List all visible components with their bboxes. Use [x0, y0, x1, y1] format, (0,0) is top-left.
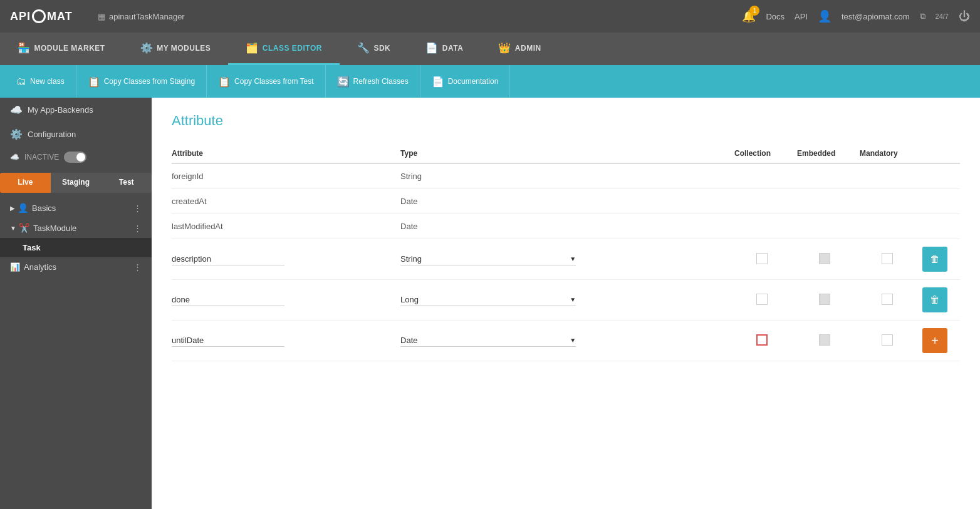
taskmodule-group-icon: ✂️	[19, 223, 29, 233]
sidebar-group-taskmodule[interactable]: ▼ ✂️ TaskModule ⋮	[0, 218, 152, 238]
attr-type-cell-description: String Date Long Boolean ▼	[400, 239, 734, 280]
sidebar-group-basics[interactable]: ▶ 👤 Basics ⋮	[0, 198, 152, 218]
collection-checkbox-description[interactable]	[756, 253, 768, 264]
collection-untildate[interactable]	[734, 321, 797, 361]
mandatory-checkbox-done[interactable]	[882, 294, 893, 305]
mandatory-createdat	[860, 189, 922, 214]
content-area: Attribute Attribute Type Collection Embe…	[152, 98, 980, 509]
env-tabs: Live Staging Test	[0, 173, 152, 193]
env-tab-test[interactable]: Test	[101, 173, 152, 193]
copy-staging-label: Copy Classes from Staging	[104, 77, 195, 86]
copy-from-test-button[interactable]: 📋 Copy Classes from Test	[207, 65, 326, 98]
user-email[interactable]: test@apiomat.com	[842, 12, 910, 21]
delete-description-button[interactable]: 🗑	[922, 247, 947, 272]
collection-description[interactable]	[734, 239, 797, 280]
action-lastmodifiedat	[922, 214, 960, 239]
app-name: ▦ apinautTaskManager	[98, 12, 185, 21]
type-select-untildate[interactable]: Date String Long Boolean	[400, 334, 567, 346]
attr-name-input-description[interactable]	[172, 253, 284, 265]
action-createdat	[922, 189, 960, 214]
attr-type-cell-done: Long String Date Boolean ▼	[400, 280, 734, 321]
docs-link[interactable]: Docs	[766, 12, 785, 21]
attr-name-cell-untildate	[172, 321, 400, 361]
col-header-embedded: Embedded	[797, 144, 860, 163]
window-icon: ⧉	[920, 11, 925, 21]
mandatory-untildate[interactable]	[860, 321, 922, 361]
add-untildate-button[interactable]: +	[922, 328, 947, 353]
mandatory-description[interactable]	[860, 239, 922, 280]
sidebar-item-task[interactable]: Task	[0, 238, 152, 257]
sidebar-item-my-app-backends[interactable]: ☁️ My App-Backends	[0, 98, 152, 122]
attr-name-cell-done	[172, 280, 400, 321]
action-done: 🗑	[922, 280, 960, 321]
embedded-description[interactable]	[797, 239, 860, 280]
documentation-icon: 📄	[432, 76, 444, 88]
notification-count: 1	[749, 6, 759, 16]
mandatory-done[interactable]	[860, 280, 922, 321]
notification-bell[interactable]: 🔔 1	[742, 9, 756, 23]
copy-from-staging-button[interactable]: 📋 Copy Classes from Staging	[76, 65, 207, 98]
collection-checkbox-untildate[interactable]	[756, 334, 768, 346]
tab-my-modules[interactable]: ⚙️ MY MODULES	[123, 33, 229, 65]
app-name-icon: ▦	[98, 12, 105, 21]
env-tab-live[interactable]: Live	[0, 173, 51, 193]
type-select-done[interactable]: Long String Date Boolean	[400, 294, 567, 306]
delete-done-button[interactable]: 🗑	[922, 287, 947, 312]
taskmodule-more-icon[interactable]: ⋮	[133, 224, 142, 233]
tab-data[interactable]: 📄 DATA	[408, 33, 481, 65]
embedded-lastmodifiedat	[797, 214, 860, 239]
tab-sdk-label: SDK	[373, 44, 390, 53]
refresh-label: Refresh Classes	[353, 77, 409, 86]
new-class-label: New class	[30, 77, 65, 86]
col-header-collection: Collection	[734, 144, 797, 163]
my-modules-icon: ⚙️	[140, 42, 154, 54]
tab-my-modules-label: MY MODULES	[157, 44, 211, 53]
embedded-createdat	[797, 189, 860, 214]
api-link[interactable]: API	[795, 12, 808, 21]
table-row: Long String Date Boolean ▼	[172, 280, 960, 321]
basics-more-icon[interactable]: ⋮	[133, 203, 142, 213]
refresh-icon: 🔄	[337, 76, 350, 88]
collection-checkbox-done[interactable]	[756, 294, 768, 305]
action-foreignid	[922, 163, 960, 189]
basics-group-icon: 👤	[18, 203, 28, 213]
type-select-description[interactable]: String Date Long Boolean	[400, 253, 567, 265]
refresh-classes-button[interactable]: 🔄 Refresh Classes	[326, 65, 420, 98]
embedded-done[interactable]	[797, 280, 860, 321]
attr-name-lastmodifiedat: lastModifiedAt	[172, 214, 400, 239]
documentation-button[interactable]: 📄 Documentation	[420, 65, 511, 98]
class-editor-icon: 🗂️	[246, 42, 259, 54]
table-row: lastModifiedAt Date	[172, 214, 960, 239]
attr-name-input-done[interactable]	[172, 294, 284, 306]
env-tab-staging[interactable]: Staging	[51, 173, 102, 193]
embedded-untildate[interactable]	[797, 321, 860, 361]
header-right: 🔔 1 Docs API 👤 test@apiomat.com ⧉ 24/7 ⏻	[742, 9, 970, 23]
copy-staging-icon: 📋	[88, 76, 100, 88]
my-app-backends-label: My App-Backends	[28, 105, 93, 115]
collection-createdat	[734, 189, 797, 214]
embedded-checkbox-description	[819, 253, 830, 264]
tab-admin[interactable]: 👑 ADMIN	[481, 33, 558, 65]
env-test-label: Test	[119, 178, 134, 187]
sidebar-item-configuration[interactable]: ⚙️ Configuration	[0, 122, 152, 147]
attr-type-createdat: Date	[400, 189, 734, 214]
config-icon: ⚙️	[10, 128, 23, 140]
col-header-attribute: Attribute	[172, 144, 400, 163]
col-header-action	[922, 144, 960, 163]
attr-type-lastmodifiedat: Date	[400, 214, 734, 239]
module-market-icon: 🏪	[18, 42, 31, 54]
new-class-button[interactable]: 🗂 New class	[5, 65, 76, 98]
inactive-toggle[interactable]	[64, 152, 86, 163]
mandatory-checkbox-untildate[interactable]	[882, 334, 893, 346]
attr-name-input-untildate[interactable]	[172, 334, 284, 347]
tab-class-editor[interactable]: 🗂️ CLASS EDITOR	[228, 33, 340, 65]
sidebar: ☁️ My App-Backends ⚙️ Configuration ☁️ I…	[0, 98, 152, 509]
tab-sdk[interactable]: 🔧 SDK	[340, 33, 408, 65]
tab-module-market[interactable]: 🏪 MODULE MARKET	[0, 33, 123, 65]
analytics-more-icon[interactable]: ⋮	[133, 262, 142, 272]
collection-done[interactable]	[734, 280, 797, 321]
documentation-label: Documentation	[448, 77, 499, 86]
mandatory-checkbox-description[interactable]	[882, 253, 893, 264]
sidebar-item-analytics[interactable]: 📊 Analytics ⋮	[0, 257, 152, 277]
user-icon: 👤	[818, 9, 831, 23]
